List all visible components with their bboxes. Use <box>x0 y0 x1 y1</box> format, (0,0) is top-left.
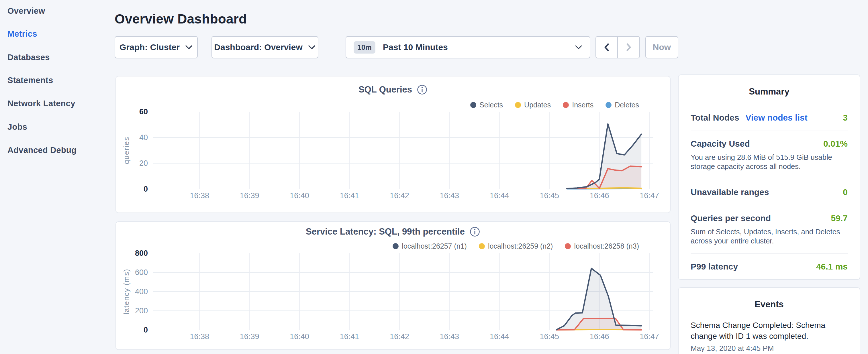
sidebar-item-metrics[interactable]: Metrics <box>7 29 37 39</box>
svg-text:60: 60 <box>139 109 148 116</box>
svg-text:queries: queries <box>122 137 131 164</box>
events-title: Events <box>691 299 848 310</box>
chart-canvas: 16:3816:3916:4016:4116:4216:4316:4416:45… <box>120 250 671 348</box>
svg-text:16:42: 16:42 <box>390 332 409 341</box>
legend-item-localhost-26257-n1: localhost:26257 (n1) <box>393 242 467 250</box>
legend-item-deletes: Deletes <box>606 101 639 109</box>
svg-text:16:39: 16:39 <box>240 191 259 200</box>
svg-text:16:38: 16:38 <box>190 191 209 200</box>
legend-dot-icon <box>565 243 571 249</box>
legend-dot-icon <box>515 102 521 108</box>
sidebar-item-advanced-debug[interactable]: Advanced Debug <box>7 146 76 155</box>
svg-text:16:47: 16:47 <box>640 191 659 200</box>
chevron-down-icon <box>185 45 193 50</box>
sidebar-item-overview[interactable]: Overview <box>7 6 45 16</box>
svg-text:16:40: 16:40 <box>290 332 309 341</box>
svg-text:16:41: 16:41 <box>340 191 359 200</box>
summary-title: Summary <box>691 87 848 97</box>
time-range-label: Past 10 Minutes <box>383 42 567 52</box>
summary-divider <box>691 179 848 179</box>
service-latency-chart-card: Service Latency: SQL, 99th percentile lo… <box>116 221 671 350</box>
event-timestamp: May 13, 2020 at 4:45 PM <box>691 344 848 353</box>
svg-text:800: 800 <box>135 250 148 257</box>
legend-label: localhost:26257 (n1) <box>402 242 467 250</box>
summary-row-total-nodes: Total NodesView nodes list3 <box>691 113 848 123</box>
summary-row-label: Capacity Used <box>691 139 750 149</box>
summary-panel: Summary Total NodesView nodes list3Capac… <box>678 74 860 280</box>
summary-row-label: Queries per second <box>691 213 771 223</box>
event-text: Schema Change Completed: Schema change w… <box>691 320 829 342</box>
now-button[interactable]: Now <box>645 36 678 58</box>
summary-row-value: 0 <box>843 187 848 197</box>
legend-item-selects: Selects <box>470 101 503 109</box>
sidebar-item-network-latency[interactable]: Network Latency <box>7 99 75 108</box>
time-range-selector[interactable]: 10m Past 10 Minutes <box>346 36 590 58</box>
chart-legend: localhost:26257 (n1)localhost:26259 (n2)… <box>393 242 639 250</box>
chart-canvas: 16:3816:3916:4016:4116:4216:4316:4416:45… <box>120 109 671 207</box>
svg-text:600: 600 <box>135 268 148 277</box>
summary-row-label: Total Nodes <box>691 113 739 123</box>
chart-title: SQL Queries <box>359 85 412 95</box>
info-icon[interactable] <box>469 226 480 237</box>
sidebar-item-databases[interactable]: Databases <box>7 53 50 62</box>
summary-row-label: Unavailable ranges <box>691 187 769 197</box>
summary-row-capacity-used: Capacity Used0.01% <box>691 139 848 149</box>
chart-title: Service Latency: SQL, 99th percentile <box>306 227 465 237</box>
chevron-right-icon <box>625 43 633 52</box>
legend-dot-icon <box>470 102 476 108</box>
svg-text:16:45: 16:45 <box>539 332 559 341</box>
event-list: Schema Change Completed: Schema change w… <box>691 320 848 353</box>
summary-divider <box>691 205 848 205</box>
chart-title-row: SQL Queries <box>116 84 670 95</box>
sidebar: OverviewMetricsDatabasesStatementsNetwor… <box>0 0 115 354</box>
chevron-left-icon <box>602 43 611 52</box>
chart-title-row: Service Latency: SQL, 99th percentile <box>116 226 670 237</box>
sidebar-item-statements[interactable]: Statements <box>7 75 53 85</box>
svg-text:16:40: 16:40 <box>290 191 309 200</box>
svg-text:16:43: 16:43 <box>440 332 459 341</box>
svg-text:16:44: 16:44 <box>490 332 509 341</box>
svg-text:16:44: 16:44 <box>490 191 509 200</box>
svg-text:400: 400 <box>135 287 148 296</box>
svg-text:16:46: 16:46 <box>590 191 609 200</box>
toolbar-divider <box>333 35 333 58</box>
summary-row-value: 0.01% <box>823 139 848 149</box>
summary-divider <box>691 131 848 131</box>
legend-label: localhost:26259 (n2) <box>488 242 553 250</box>
summary-row-p99-latency: P99 latency46.1 ms <box>691 262 848 271</box>
svg-text:16:47: 16:47 <box>640 332 659 341</box>
summary-row-subtext: You are using 28.6 MiB of 515.9 GiB usab… <box>691 153 848 171</box>
summary-row-unavailable-ranges: Unavailable ranges0 <box>691 187 848 197</box>
time-prev-button[interactable] <box>595 36 618 58</box>
legend-label: Inserts <box>572 101 593 109</box>
svg-text:16:43: 16:43 <box>440 191 459 200</box>
legend-label: Selects <box>479 101 503 109</box>
svg-text:16:45: 16:45 <box>539 191 559 200</box>
sql-queries-chart-card: SQL Queries SelectsUpdatesInsertsDeletes… <box>116 76 671 213</box>
legend-label: localhost:26258 (n3) <box>574 242 639 250</box>
page-title: Overview Dashboard <box>115 11 247 27</box>
summary-row-value: 3 <box>843 113 848 123</box>
view-nodes-list-link[interactable]: View nodes list <box>745 113 807 123</box>
time-next-button[interactable] <box>618 36 640 58</box>
graph-dropdown[interactable]: Graph: Cluster <box>115 36 198 58</box>
summary-row-value: 59.7 <box>831 213 848 223</box>
dashboard-dropdown[interactable]: Dashboard: Overview <box>212 36 318 58</box>
legend-label: Deletes <box>615 101 639 109</box>
summary-row-subtext: Sum of Selects, Updates, Inserts, and De… <box>691 227 848 246</box>
info-icon[interactable] <box>417 84 428 95</box>
chevron-down-icon <box>308 45 316 50</box>
svg-text:20: 20 <box>139 159 148 167</box>
legend-dot-icon <box>606 102 612 108</box>
graph-dropdown-label: Graph: Cluster <box>120 42 180 52</box>
summary-row-value: 46.1 ms <box>816 262 848 271</box>
svg-text:16:46: 16:46 <box>590 332 609 341</box>
legend-item-localhost-26259-n2: localhost:26259 (n2) <box>479 242 553 250</box>
legend-label: Updates <box>524 101 551 109</box>
chevron-down-icon <box>575 45 582 50</box>
svg-text:latency (ms): latency (ms) <box>122 269 131 315</box>
summary-row-label: P99 latency <box>691 262 738 271</box>
svg-text:0: 0 <box>144 326 148 334</box>
sidebar-item-jobs[interactable]: Jobs <box>7 122 27 132</box>
summary-row-queries-per-second: Queries per second59.7 <box>691 213 848 223</box>
